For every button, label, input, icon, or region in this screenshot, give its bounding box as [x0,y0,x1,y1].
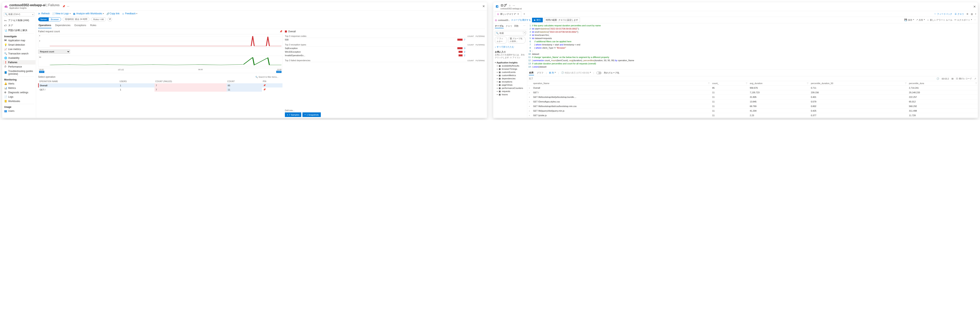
more-icon[interactable]: ⋯ [67,5,69,8]
expand-row-icon[interactable]: › [527,90,531,95]
table-header[interactable]: USERS [119,79,154,83]
list-item[interactable]: Win32Exception2 [285,50,485,54]
list-item[interactable]: InvalidOperationEx...2 [285,54,485,57]
samples-button[interactable]: ≡7 Samples [285,112,301,117]
time-display-button[interactable]: 🕒時刻の表示 (UTC+00:00)▾ [561,71,591,74]
pin-chart-icon[interactable]: 📌 [280,30,283,33]
list-item[interactable]: 5007 [285,38,485,41]
expand-row-icon[interactable]: › [527,100,531,104]
close-tab-icon[interactable]: ✕ [517,13,519,15]
table-row[interactable]: ›GET /117,135.723239.15629,148.233 [527,90,978,95]
tree-item[interactable]: ▸▦customEvents [496,71,526,74]
operation-filter-input[interactable] [259,76,283,78]
filter-icon[interactable]: ▽ [708,82,710,84]
sidebar-item[interactable]: 🗝アクセス制御 (IAM) [3,18,35,23]
metric-select[interactable]: Request count [38,50,70,54]
chart-tab[interactable]: グラフ [536,71,544,75]
sidebar-item-smart-detection[interactable]: 💡Smart detection [3,43,35,47]
sidebar-item-transaction-search[interactable]: 🔍Transaction search [3,51,35,56]
query-tab[interactable]: ◎ 新しいクエリ 1* ✕ [495,11,521,17]
collapse-all-link[interactable]: ↕すべて折りたたむ [493,44,527,49]
tree-item[interactable]: ▸▦customMetrics [496,74,526,77]
export-button[interactable]: ↦エクスポート▾ [955,19,972,22]
table-row[interactable]: GET /1711📌 [38,87,283,92]
select-scope-link[interactable]: スコープを選択する [511,19,531,22]
server-browser-toggle[interactable]: Server Browser [38,17,61,21]
sidebar-item-application-map[interactable]: 🗺Application map [3,38,35,43]
sidebar-group-header[interactable]: Usage [3,104,35,109]
subtab-exceptions[interactable]: Exceptions [74,23,87,28]
subtab-roles[interactable]: Roles [90,23,97,28]
table-row[interactable]: ›Overall85958.6760.7112,714.241 [527,86,978,90]
feedback-button[interactable]: ☺Feedback ▾ [122,12,138,15]
tree-item[interactable]: ▸▦performanceCounters [496,87,526,90]
time-range-pill[interactable]: 現地時刻: 過去 24 時間 [63,17,89,22]
analyze-workbooks-button[interactable]: ▦Analyze with Workbooks ▾ [73,12,104,15]
chevron-down-icon[interactable]: ▾ [975,13,976,15]
roles-pill[interactable]: Roles = All [91,17,106,21]
table-row[interactable]: ›GET /js/site.js112.230.37711.728 [527,113,978,118]
pin-icon[interactable]: 📌 [62,5,65,8]
sidebar-search-input[interactable]: 🔍 検索 (Ctrl+/) « [4,12,34,16]
time-brush[interactable]: 18:00 3月 2日 06:00 12:00 15:57 15:57 [38,68,283,73]
more-icon[interactable]: ⋯ [974,19,976,21]
table-header[interactable]: operation_Name▽ [531,81,711,86]
table-header[interactable]: count_▽ [711,81,748,86]
tree-item[interactable]: ▸▦availabilityResults [496,64,526,67]
expand-row-icon[interactable]: › [527,104,531,109]
pin-icon[interactable]: 📌 [263,84,266,87]
subtab-operations[interactable]: Operations [38,23,51,28]
sidebar-item-workbooks[interactable]: 📒Workbooks [3,99,35,103]
columns-button[interactable]: ▥列▾ [549,71,556,74]
failed-request-chart[interactable]: 4 2 [38,34,283,47]
new-alert-button[interactable]: ＋新しいアラート ルール [927,19,953,22]
table-row[interactable]: ›GET /DemoApps.styles.css1113.8450.57965… [527,100,978,104]
table-header[interactable]: OPERATION NAME [38,79,119,83]
query-editor[interactable]: 1234567891011121314 // this query calcul… [527,23,978,70]
sidebar-item-troubleshooting-guides-preview-[interactable]: 📘Troubleshooting guides (preview) [3,69,35,76]
subtab-dependencies[interactable]: Dependencies [55,23,71,28]
queries-link[interactable]: ☰クエリ [955,13,964,16]
sidebar-item[interactable]: 🩺問題の診断と解決 [3,28,35,33]
request-count-chart[interactable]: 50 [38,55,283,67]
sidebar-item-users[interactable]: 👥Users [3,109,35,113]
filter-icon[interactable]: ▽ [807,82,808,84]
sidebar-group-header[interactable]: Investigate [3,34,35,38]
run-button[interactable]: ▶実行 [532,18,543,22]
close-button[interactable]: ✕ [973,5,976,9]
results-tab[interactable]: 結果 [529,70,534,75]
toggle-server[interactable]: Server [38,17,49,21]
time-range-picker[interactable]: 時間の範囲: クエリに設定します [544,18,580,22]
sidebar-item-failures[interactable]: ❗Failures [3,60,35,65]
feedback-link[interactable]: ♡フィードバック [934,13,952,16]
table-row[interactable]: ›GET /lib/bootstrap/dist/css/bootstrap.m… [527,104,978,109]
sidebar-item-live-metrics[interactable]: 📈Live metrics [3,47,35,51]
filter-icon-button[interactable]: ⧩ [108,17,112,22]
table-header[interactable]: percentile_dura▽ [907,81,978,86]
expand-row-icon[interactable]: › [527,86,531,90]
schema-tab[interactable]: テーブル [495,25,504,28]
expand-row-icon[interactable]: › [527,109,531,113]
sidebar-item-alerts[interactable]: 🔔Alerts [3,82,35,86]
table-header[interactable]: COUNT (FAILED) [154,79,227,83]
sidebar-item-availability[interactable]: 🌐Availability [3,56,35,60]
more-icon[interactable]: ⋯ [523,25,525,28]
schema-tab[interactable]: 関数 [514,25,519,28]
table-header[interactable]: avg_duration▽ [748,81,809,86]
pin-icon[interactable]: 📌 [263,88,266,91]
tree-root[interactable]: ▾Application Insights [494,61,526,64]
tree-item[interactable]: ▸▦pageViews [496,83,526,87]
expand-row-icon[interactable]: › [527,113,531,118]
tree-item[interactable]: ▸▦browserTimings [496,67,526,71]
expand-icon[interactable]: ⤢ [974,78,976,80]
table-row[interactable]: Overall1785📌 [38,83,283,87]
toggle-browser[interactable]: Browser [49,17,61,21]
collapse-sidebar-button[interactable]: « [523,31,526,34]
table-header[interactable]: COUNT [227,79,262,83]
table-row[interactable]: ›GET /lib/jquery/dist/jquery.min.js1141.… [527,109,978,113]
sidebar-item-diagnostic-settings[interactable]: ⚙Diagnostic settings [3,90,35,95]
add-tab-button[interactable]: ＋ [521,11,527,17]
more-icon[interactable]: ⋯ [513,4,515,7]
sidebar-item-logs[interactable]: 📄Logs [3,95,35,99]
sidebar-item[interactable]: 🏷タグ [3,23,35,28]
